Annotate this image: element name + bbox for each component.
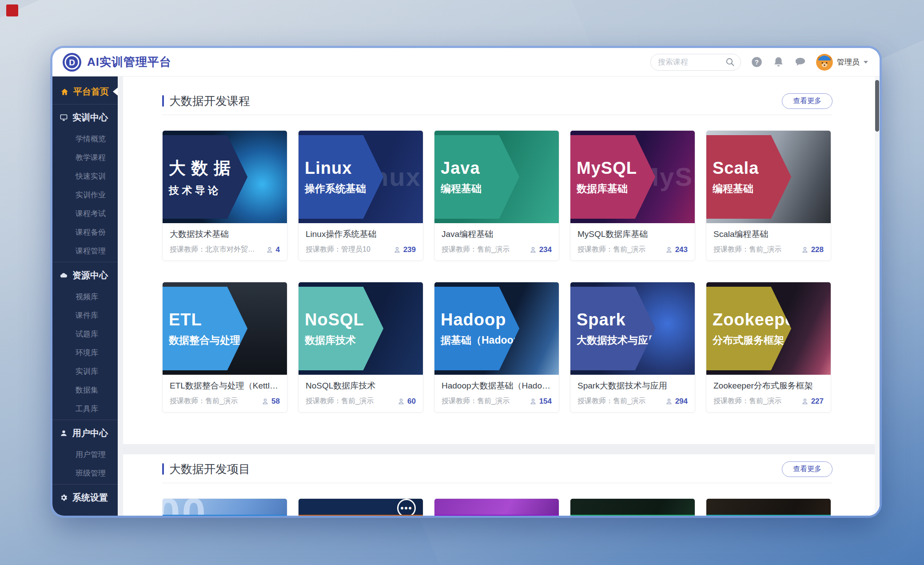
cover-banner-subtitle: 操作系统基础 <box>305 182 383 196</box>
cover-banner-title: Java <box>441 159 519 178</box>
avatar <box>816 54 833 71</box>
course-card[interactable]: ETL 数据整合与处理 ETL数据整合与处理（Kettle） 授课教师：售前_演… <box>162 282 287 413</box>
course-teacher: 授课教师：售前_演示 <box>713 397 781 406</box>
sidebar-item-home[interactable]: 平台首页 <box>52 81 118 102</box>
view-more-courses-button[interactable]: 查看更多 <box>782 93 832 109</box>
monitor-icon <box>60 113 68 122</box>
cover-arrow-banner: Linux 操作系统基础 <box>299 135 383 219</box>
search-box <box>650 54 741 71</box>
sidebar-item[interactable]: 班级管理 <box>52 464 118 482</box>
sidebar: 平台首页 实训中心 学情概览 教学课程 快速实训 实训作业 课程考试 课程备份 … <box>52 76 118 516</box>
cover-banner-subtitle: 编程基础 <box>441 182 519 196</box>
course-card[interactable]: Hadoop 据基础（Hadoop3） Hadoop大数据基础（Hadoop3）… <box>434 282 559 413</box>
course-student-count: 228 <box>801 245 824 254</box>
course-cover: inux Linux 操作系统基础 <box>299 131 423 223</box>
app-logo-icon: D <box>62 52 82 72</box>
sidebar-section-training[interactable]: 实训中心 <box>52 105 118 129</box>
sidebar-divider <box>52 484 118 485</box>
course-title: MySQL数据库基础 <box>578 228 688 240</box>
sidebar-item[interactable]: 学情概览 <box>52 129 118 148</box>
course-teacher: 授课教师：售前_演示 <box>442 245 510 254</box>
bell-icon[interactable] <box>773 56 785 68</box>
content-scrollbar[interactable] <box>875 76 880 516</box>
course-title: Hadoop大数据基础（Hadoop3） <box>442 380 552 392</box>
scrollbar-thumb[interactable] <box>875 80 879 132</box>
sidebar-divider <box>52 420 118 420</box>
project-card-grid: 00 ••• 大数据开发案例 ••• 大数据开发案例 ••• 大数据开发案例 •… <box>162 498 832 516</box>
course-student-count: 239 <box>393 245 416 254</box>
course-card[interactable]: Scala 编程基础 Scala编程基础 授课教师：售前_演示 228 <box>706 130 831 261</box>
course-card[interactable]: NoSQL 数据库技术 NoSQL数据库技术 授课教师：售前_演示 60 <box>298 282 423 413</box>
course-student-count: 60 <box>397 397 416 406</box>
cover-banner-title: 大 数 据 <box>169 157 247 180</box>
view-more-projects-button[interactable]: 查看更多 <box>782 461 832 477</box>
sidebar-item[interactable]: 快速实训 <box>52 167 118 185</box>
person-icon <box>665 397 673 405</box>
course-title: Java编程基础 <box>442 228 552 240</box>
title-accent-bar <box>162 463 164 475</box>
course-student-count: 234 <box>529 245 552 254</box>
sidebar-section-resources[interactable]: 资源中心 <box>52 263 118 287</box>
sidebar-item[interactable]: 课程管理 <box>52 241 118 260</box>
project-band-label: 大数据开发案例 <box>163 515 287 516</box>
course-student-count: 58 <box>261 397 280 406</box>
project-cover: ••• 大数据开发案例 <box>434 499 559 516</box>
course-info: NoSQL数据库技术 授课教师：售前_演示 60 <box>299 375 423 412</box>
person-icon <box>393 246 401 254</box>
project-card[interactable]: ••• 大数据开发案例 <box>434 498 559 516</box>
course-card[interactable]: Zookeeper 分布式服务框架 Zookeeper分布式服务框架 授课教师：… <box>706 282 831 413</box>
course-card[interactable]: Spark 大数据技术与应用 Spark大数据技术与应用 授课教师：售前_演示 … <box>570 282 695 413</box>
cover-banner-title: Zookeeper <box>713 310 791 329</box>
sidebar-item[interactable]: 实训作业 <box>52 185 118 204</box>
project-card[interactable]: ••• 大数据开发案例 <box>298 498 423 516</box>
course-info: Zookeeper分布式服务框架 授课教师：售前_演示 227 <box>706 375 831 412</box>
sidebar-item[interactable]: 课件库 <box>52 306 118 325</box>
person-icon <box>397 397 405 405</box>
sidebar-item[interactable]: 视频库 <box>52 287 118 306</box>
cloud-icon <box>60 271 68 280</box>
course-cover: NoSQL 数据库技术 <box>299 282 423 375</box>
search-icon[interactable] <box>725 57 736 68</box>
person-icon <box>529 246 537 254</box>
person-icon <box>261 397 269 405</box>
sidebar-item[interactable]: 试题库 <box>52 325 118 343</box>
course-cover: Spark 大数据技术与应用 <box>570 282 695 375</box>
course-card[interactable]: 大 数 据 技 术 导 论 大数据技术基础 授课教师：北京市对外贸易学校教...… <box>162 130 287 261</box>
sidebar-item[interactable]: 用户管理 <box>52 445 118 464</box>
sidebar-section-settings[interactable]: 系统设置 <box>52 485 118 509</box>
course-info: 大数据技术基础 授课教师：北京市对外贸易学校教... 4 <box>163 223 287 260</box>
user-menu[interactable]: 管理员 <box>816 54 868 71</box>
svg-text:?: ? <box>755 59 759 66</box>
sidebar-section-users[interactable]: 用户中心 <box>52 421 118 445</box>
count-value: 58 <box>271 397 280 406</box>
course-info: ETL数据整合与处理（Kettle） 授课教师：售前_演示 58 <box>163 375 287 412</box>
sidebar-item[interactable]: 教学课程 <box>52 148 118 167</box>
course-cover: MyS MySQL 数据库基础 <box>570 131 695 223</box>
count-value: 294 <box>675 397 688 406</box>
course-card[interactable]: Java 编程基础 Java编程基础 授课教师：售前_演示 234 <box>434 130 559 261</box>
cover-banner-title: ETL <box>169 310 247 329</box>
sidebar-item[interactable]: 环境库 <box>52 343 118 362</box>
course-teacher: 授课教师：售前_演示 <box>713 245 781 254</box>
sidebar-item[interactable]: 课程考试 <box>52 204 118 223</box>
project-card[interactable]: 00 ••• 大数据开发案例 <box>162 498 287 516</box>
course-cover: Hadoop 据基础（Hadoop3） <box>434 282 559 375</box>
help-icon[interactable]: ? <box>751 56 763 68</box>
project-card[interactable]: ••• 大数据开发案例 <box>706 498 831 516</box>
home-icon <box>60 88 69 96</box>
course-card[interactable]: inux Linux 操作系统基础 Linux操作系统基础 授课教师：管理员10… <box>298 130 423 261</box>
sidebar-item[interactable]: 实训库 <box>52 362 118 381</box>
chat-icon[interactable] <box>794 56 806 68</box>
cover-arrow-banner: MySQL 数据库基础 <box>570 135 655 219</box>
course-card[interactable]: MyS MySQL 数据库基础 MySQL数据库基础 授课教师：售前_演示 24… <box>570 130 695 261</box>
sidebar-item[interactable]: 课程备份 <box>52 223 118 241</box>
project-card[interactable]: ••• 大数据开发案例 <box>570 498 695 516</box>
sidebar-item[interactable]: 工具库 <box>52 399 118 418</box>
sidebar-item[interactable]: 数据集 <box>52 381 118 399</box>
cover-banner-subtitle: 分布式服务框架 <box>713 333 791 347</box>
cover-background-text: 00 <box>163 499 207 516</box>
project-band-label: 大数据开发案例 <box>299 515 423 516</box>
cover-arrow-banner: 大 数 据 技 术 导 论 <box>163 135 247 219</box>
courses-panel: 大数据开发课程 查看更多 大 数 据 技 术 导 论 大数据技术基础 授课教师：… <box>123 76 880 444</box>
course-teacher: 授课教师：售前_演示 <box>306 397 374 406</box>
